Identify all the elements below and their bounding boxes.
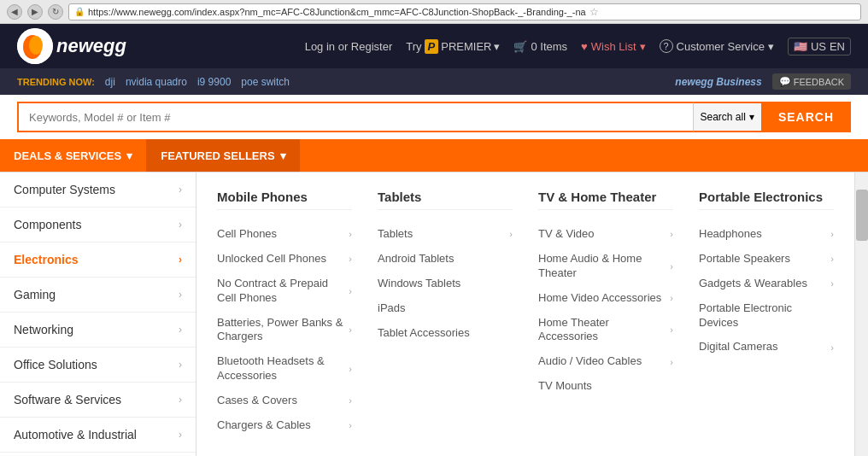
- header-nav: Log in or Register Try P PREMIER ▾ 🛒 0 I…: [305, 38, 851, 56]
- menu-column-portable-electronics: Portable Electronics Headphones › Portab…: [699, 190, 834, 456]
- menu-item-label: Headphones: [699, 227, 762, 242]
- address-bar[interactable]: 🔒 https://www.newegg.com/index.aspx?nm_m…: [68, 3, 861, 20]
- customer-service-button[interactable]: ? Customer Service ▾: [660, 39, 774, 53]
- chevron-right-icon: ›: [179, 429, 182, 441]
- deals-services-button[interactable]: DEALS & SERVICES ▾: [0, 139, 147, 172]
- lang-us: US: [811, 40, 826, 53]
- sidebar-item-networking[interactable]: Networking ›: [0, 313, 196, 348]
- trending-dji[interactable]: dji: [105, 76, 115, 88]
- sidebar-item-office-solutions[interactable]: Office Solutions ›: [0, 348, 196, 383]
- featured-label: FEATURED SELLERS: [161, 149, 274, 162]
- wishlist-button[interactable]: ♥ Wish List ▾: [581, 40, 645, 53]
- menu-item-cell-phones[interactable]: Cell Phones ›: [217, 222, 352, 247]
- menu-item-digital-cameras[interactable]: Digital Cameras ›: [699, 335, 834, 360]
- scrollbar[interactable]: [854, 172, 868, 456]
- sidebar-item-automotive-industrial[interactable]: Automotive & Industrial ›: [0, 418, 196, 453]
- menu-item-chargers-cables[interactable]: Chargers & Cables ›: [217, 413, 352, 438]
- menu-item-tv-mounts[interactable]: TV Mounts: [538, 374, 673, 399]
- menu-item-label: Home Theater Accessories: [538, 316, 666, 345]
- trending-label: TRENDING NOW:: [17, 77, 95, 87]
- menu-item-batteries[interactable]: Batteries, Power Banks & Chargers ›: [217, 311, 352, 350]
- menu-item-home-video-accessories[interactable]: Home Video Accessories ›: [538, 286, 673, 311]
- menu-item-tablets[interactable]: Tablets ›: [378, 222, 513, 247]
- trending-poe[interactable]: poe switch: [241, 76, 290, 88]
- sidebar-label-gaming: Gaming: [14, 288, 56, 301]
- trending-nvidia[interactable]: nvidia quadro: [126, 76, 187, 88]
- chevron-right-icon: ›: [349, 395, 352, 406]
- chevron-right-icon: ›: [349, 253, 352, 265]
- logo-svg: [17, 28, 53, 64]
- scroll-thumb[interactable]: [856, 190, 868, 241]
- url-text: https://www.newegg.com/index.aspx?nm_mc=…: [88, 7, 586, 17]
- trending-i9[interactable]: i9 9900: [197, 76, 231, 88]
- search-category-selector[interactable]: Search all ▾: [693, 102, 761, 132]
- cart-button[interactable]: 🛒 0 Items: [513, 40, 567, 53]
- menu-item-label: Digital Cameras: [699, 340, 777, 354]
- wishlist-label: Wish List: [591, 40, 636, 53]
- flag-icon: 🇺🇸: [794, 40, 807, 53]
- menu-item-android-tablets[interactable]: Android Tablets: [378, 247, 513, 272]
- sidebar-item-electronics[interactable]: Electronics ›: [0, 243, 196, 278]
- menu-item-no-contract[interactable]: No Contract & Prepaid Cell Phones ›: [217, 272, 352, 311]
- menu-item-unlocked-cell-phones[interactable]: Unlocked Cell Phones ›: [217, 247, 352, 272]
- search-button[interactable]: SEARCH: [761, 102, 851, 132]
- menu-item-portable-speakers[interactable]: Portable Speakers ›: [699, 247, 834, 272]
- sidebar-item-computer-systems[interactable]: Computer Systems ›: [0, 172, 196, 208]
- menu-item-label: Windows Tablets: [378, 277, 460, 291]
- chevron-right-icon: ›: [179, 359, 182, 371]
- menu-item-home-theater-accessories[interactable]: Home Theater Accessories ›: [538, 311, 673, 350]
- menu-item-audio-video-cables[interactable]: Audio / Video Cables ›: [538, 349, 673, 374]
- chevron-right-icon: ›: [179, 254, 182, 266]
- wishlist-icon: ♥: [581, 40, 588, 53]
- menu-item-label: Audio / Video Cables: [538, 354, 642, 369]
- menu-item-home-audio[interactable]: Home Audio & Home Theater ›: [538, 247, 673, 286]
- menu-header-tv-home-theater: TV & Home Theater: [538, 190, 673, 210]
- top-header: newegg Log in or Register Try P PREMIER …: [0, 24, 868, 68]
- menu-item-headphones[interactable]: Headphones ›: [699, 222, 834, 247]
- menu-item-label: Batteries, Power Banks & Chargers: [217, 316, 345, 345]
- menu-item-ipads[interactable]: iPads: [378, 296, 513, 321]
- sidebar-item-components[interactable]: Components ›: [0, 208, 196, 243]
- deals-label: DEALS & SERVICES: [14, 149, 121, 162]
- premier-p-label: P: [425, 39, 439, 54]
- main-layout: Computer Systems › Components › Electron…: [0, 172, 868, 456]
- chevron-right-icon: ›: [670, 292, 673, 304]
- menu-item-label: Portable Speakers: [699, 252, 790, 266]
- search-input[interactable]: [17, 102, 693, 132]
- sidebar-item-software-services[interactable]: Software & Services ›: [0, 383, 196, 418]
- menu-item-cases-covers[interactable]: Cases & Covers ›: [217, 389, 352, 413]
- sidebar-label-computer-systems: Computer Systems: [14, 183, 115, 196]
- menu-item-windows-tablets[interactable]: Windows Tablets: [378, 272, 513, 296]
- menu-item-tablet-accessories[interactable]: Tablet Accessories: [378, 321, 513, 346]
- language-selector[interactable]: 🇺🇸 US EN: [788, 38, 851, 56]
- menu-item-portable-electronic-devices[interactable]: Portable Electronic Devices: [699, 296, 834, 336]
- menu-header-portable-electronics: Portable Electronics: [699, 190, 834, 210]
- trending-bar: TRENDING NOW: dji nvidia quadro i9 9900 …: [0, 68, 868, 95]
- featured-sellers-button[interactable]: FEATURED SELLERS ▾: [147, 139, 299, 172]
- menu-item-label: Portable Electronic Devices: [699, 301, 834, 330]
- chevron-right-icon: ›: [179, 324, 182, 336]
- menu-item-bluetooth-headsets[interactable]: Bluetooth Headsets & Accessories ›: [217, 349, 352, 389]
- login-link[interactable]: Log in or Register: [305, 40, 393, 53]
- menu-item-label: Cases & Covers: [217, 394, 297, 408]
- logo-area[interactable]: newegg: [17, 28, 126, 64]
- menu-item-tv-video[interactable]: TV & Video ›: [538, 222, 673, 247]
- feedback-icon: 💬: [779, 76, 791, 87]
- cart-icon: 🛒: [513, 40, 527, 53]
- back-button[interactable]: ◀: [7, 4, 22, 20]
- chevron-right-icon: ›: [349, 324, 352, 336]
- premier-button[interactable]: Try P PREMIER ▾: [406, 39, 500, 54]
- feedback-button[interactable]: 💬 FEEDBACK: [772, 73, 851, 90]
- menu-item-gadgets-wearables[interactable]: Gadgets & Wearables ›: [699, 272, 834, 296]
- forward-button[interactable]: ▶: [27, 4, 43, 20]
- menu-item-label: TV Mounts: [538, 379, 592, 394]
- menu-item-label: Chargers & Cables: [217, 418, 311, 433]
- menu-item-label: Tablet Accessories: [378, 326, 470, 341]
- chevron-right-icon: ›: [349, 228, 352, 240]
- chevron-right-icon: ›: [349, 285, 352, 297]
- refresh-button[interactable]: ↻: [48, 4, 63, 20]
- menu-column-mobile-phones: Mobile Phones Cell Phones › Unlocked Cel…: [217, 190, 352, 456]
- sidebar: Computer Systems › Components › Electron…: [0, 172, 196, 456]
- chevron-right-icon: ›: [830, 228, 834, 240]
- sidebar-item-gaming[interactable]: Gaming ›: [0, 278, 196, 313]
